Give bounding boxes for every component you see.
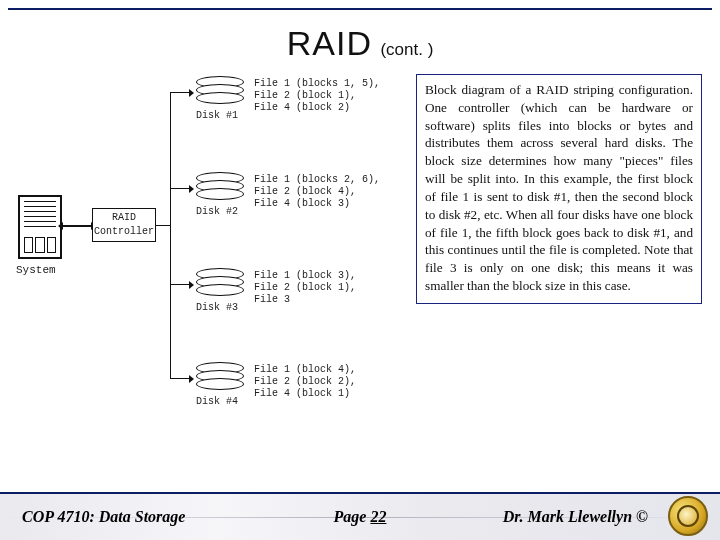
explanation-box: Block diagram of a RAID striping configu…: [416, 74, 702, 304]
file-line: File 2 (block 4),: [254, 186, 380, 198]
title-sub: (cont. ): [380, 40, 433, 59]
disk-label: Disk #2: [196, 206, 250, 217]
disk-file-list: File 1 (blocks 1, 5), File 2 (block 1), …: [254, 78, 380, 114]
file-line: File 4 (block 3): [254, 198, 380, 210]
branch-arrow-icon: [170, 284, 190, 285]
system-box-icon: [18, 195, 62, 259]
raid-diagram: System RAIDController Disk #1 File 1 (bl…: [18, 80, 388, 450]
disk-file-list: File 1 (blocks 2, 6), File 2 (block 4), …: [254, 174, 380, 210]
file-line: File 2 (block 1),: [254, 282, 356, 294]
branch-arrow-icon: [170, 378, 190, 379]
bus-arrow-icon: [62, 225, 92, 227]
slide-title: RAID (cont. ): [0, 24, 720, 63]
disk-file-list: File 1 (block 4), File 2 (block 2), File…: [254, 364, 356, 400]
file-line: File 2 (block 1),: [254, 90, 380, 102]
disk-icon: Disk #1 File 1 (blocks 1, 5), File 2 (bl…: [192, 76, 250, 121]
controller-label: RAIDController: [94, 212, 154, 237]
file-line: File 1 (blocks 2, 6),: [254, 174, 380, 186]
file-line: File 1 (block 3),: [254, 270, 356, 282]
footer-bar: COP 4710: Data Storage Page 22 Dr. Mark …: [0, 492, 720, 540]
vertical-bus-line: [170, 92, 171, 378]
ucf-logo-icon: [668, 496, 708, 536]
disk-label: Disk #3: [196, 302, 250, 313]
branch-arrow-icon: [170, 188, 190, 189]
file-line: File 1 (blocks 1, 5),: [254, 78, 380, 90]
top-rule: [8, 8, 712, 10]
branch-arrow-icon: [170, 92, 190, 93]
file-line: File 4 (block 2): [254, 102, 380, 114]
raid-controller-box: RAIDController: [92, 208, 156, 242]
connector-line: [156, 225, 170, 226]
file-line: File 2 (block 2),: [254, 376, 356, 388]
disk-label: Disk #4: [196, 396, 250, 407]
system-label: System: [16, 264, 56, 276]
disk-file-list: File 1 (block 3), File 2 (block 1), File…: [254, 270, 356, 306]
disk-icon: Disk #3 File 1 (block 3), File 2 (block …: [192, 268, 250, 313]
page-number: 22: [370, 508, 386, 525]
disk-label: Disk #1: [196, 110, 250, 121]
file-line: File 1 (block 4),: [254, 364, 356, 376]
title-main: RAID: [287, 24, 372, 62]
disk-icon: Disk #2 File 1 (blocks 2, 6), File 2 (bl…: [192, 172, 250, 217]
disk-icon: Disk #4 File 1 (block 4), File 2 (block …: [192, 362, 250, 407]
footer-author: Dr. Mark Llewellyn ©: [503, 508, 648, 526]
file-line: File 3: [254, 294, 356, 306]
file-line: File 4 (block 1): [254, 388, 356, 400]
page-label: Page: [334, 508, 371, 525]
